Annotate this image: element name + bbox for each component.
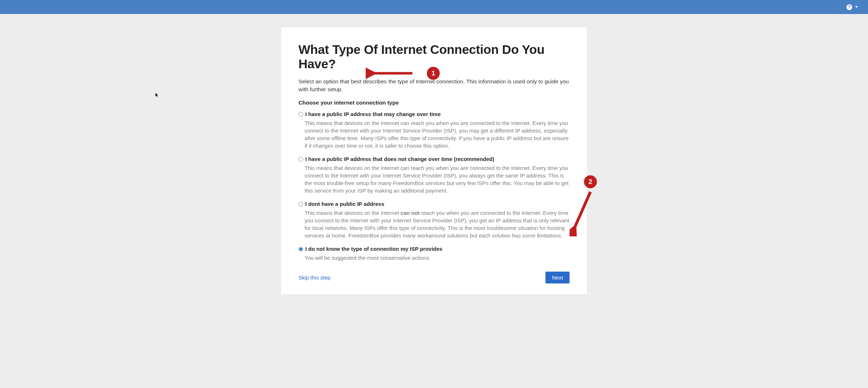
option-label: I dont have a public IP address	[305, 201, 384, 207]
option-description: This means that devices on the Internet …	[305, 119, 570, 149]
section-label: Choose your internet connection type	[298, 100, 570, 106]
option-label: I do not know the type of connection my …	[305, 246, 442, 252]
radio-static-public-ip[interactable]	[298, 157, 303, 162]
option-dynamic-public-ip: I have a public IP address that may chan…	[298, 111, 570, 149]
radio-unknown[interactable]	[298, 247, 303, 251]
option-row[interactable]: I have a public IP address that may chan…	[298, 111, 570, 117]
svg-line-1	[574, 192, 590, 229]
top-bar: ?	[0, 0, 868, 14]
annotation-badge: 2	[584, 175, 597, 188]
chevron-down-icon	[855, 6, 858, 8]
page-subtitle: Select an option that best describes the…	[298, 78, 570, 93]
page-wrap: What Type Of Internet Connection Do You …	[0, 14, 868, 294]
option-static-public-ip: I have a public IP address that does not…	[298, 156, 570, 194]
option-label: I have a public IP address that does not…	[305, 156, 494, 162]
option-label: I have a public IP address that may chan…	[305, 111, 441, 117]
help-icon: ?	[846, 4, 852, 10]
option-description: This means that devices on the Internet …	[305, 209, 570, 239]
desc-segment: This means that devices on the Internet	[305, 210, 401, 216]
annotation-2: 2	[570, 175, 609, 238]
arrow-down-left-icon	[570, 190, 609, 236]
option-description: You will be suggested the most conservat…	[305, 254, 570, 262]
skip-link[interactable]: Skip this step	[298, 274, 330, 281]
next-button[interactable]: Next	[545, 272, 570, 283]
desc-bold-segment: can not	[401, 210, 420, 216]
page-title: What Type Of Internet Connection Do You …	[298, 42, 570, 71]
card-footer: Skip this step Next	[298, 272, 570, 283]
option-description: This means that devices on the Internet …	[305, 164, 570, 194]
option-row[interactable]: I have a public IP address that does not…	[298, 156, 570, 162]
radio-no-public-ip[interactable]	[298, 202, 303, 207]
setup-card: What Type Of Internet Connection Do You …	[281, 27, 587, 294]
option-row[interactable]: I do not know the type of connection my …	[298, 246, 570, 252]
radio-dynamic-public-ip[interactable]	[298, 112, 303, 117]
option-row[interactable]: I dont have a public IP address	[298, 201, 570, 207]
help-menu[interactable]: ?	[846, 4, 858, 10]
option-no-public-ip: I dont have a public IP address This mea…	[298, 201, 570, 239]
option-unknown: I do not know the type of connection my …	[298, 246, 570, 262]
